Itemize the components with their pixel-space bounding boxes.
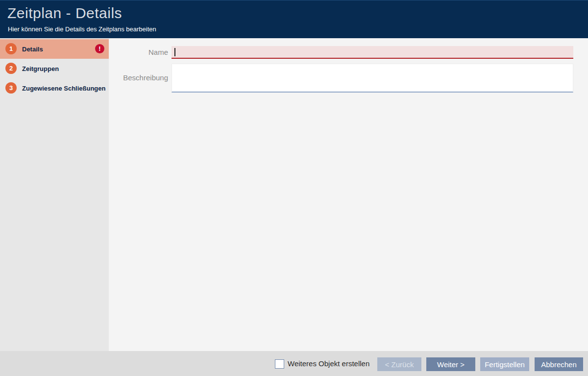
step-number-badge: 2 [5, 63, 17, 74]
create-another-label[interactable]: Weiteres Objekt erstellen [288, 351, 369, 376]
name-label: Name [109, 48, 168, 56]
description-label: Beschreibung [109, 73, 168, 82]
step-label: Details [22, 39, 43, 59]
step-number-badge: 1 [5, 43, 17, 54]
step-zeitgruppen[interactable]: 2 Zeitgruppen [0, 59, 109, 78]
step-zugewiesene-schliessungen[interactable]: 3 Zugewiesene Schließungen [0, 78, 109, 98]
details-form: Name Beschreibung [109, 38, 588, 351]
wizard-footer: Weiteres Objekt erstellen < Zurück Weite… [0, 351, 588, 376]
page-subtitle: Hier können Sie die Details des Zeitplan… [8, 25, 156, 33]
step-label: Zugewiesene Schließungen [22, 78, 105, 98]
page-title: Zeitplan - Details [7, 5, 122, 22]
finish-button[interactable]: Fertigstellen [480, 357, 529, 371]
cancel-button[interactable]: Abbrechen [535, 357, 583, 371]
wizard-header: Zeitplan - Details Hier können Sie die D… [0, 0, 588, 38]
step-number-badge: 3 [5, 82, 17, 94]
step-details[interactable]: 1 Details ! [0, 39, 109, 59]
next-button[interactable]: Weiter > [426, 357, 475, 371]
create-another-checkbox[interactable] [275, 359, 284, 369]
text-cursor [174, 48, 175, 56]
wizard-step-sidebar: 1 Details ! 2 Zeitgruppen 3 Zugewiesene … [0, 38, 109, 351]
validation-error-icon: ! [95, 44, 104, 53]
back-button[interactable]: < Zurück [377, 357, 421, 371]
description-field[interactable] [172, 64, 573, 93]
step-label: Zeitgruppen [22, 59, 59, 78]
name-field[interactable] [172, 46, 573, 59]
